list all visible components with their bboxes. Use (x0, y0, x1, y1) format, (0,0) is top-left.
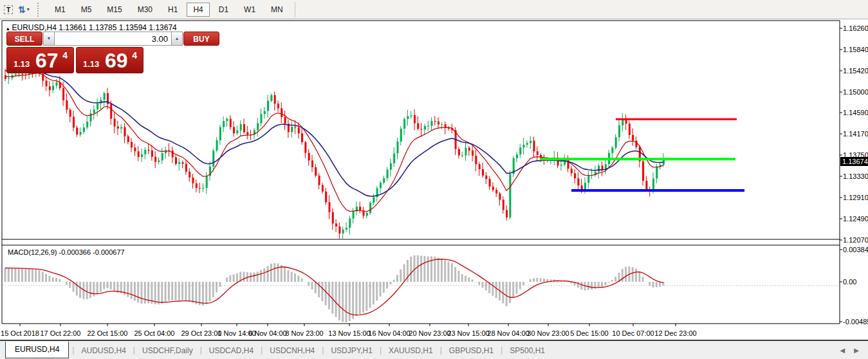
chart-ohlc-header: ▴EURUSD,H4 1.13661 1.13785 1.13594 1.136… (6, 23, 177, 32)
tab-separator: | (133, 345, 135, 354)
buy-price-big: 69 (105, 48, 128, 73)
time-axis-label: 29 Oct 23:00 (181, 329, 222, 337)
price-axis-label: 1.12910 (843, 194, 868, 201)
sell-price-prefix: 1.13 (14, 59, 30, 69)
chart-tab-usdchf[interactable]: USDCHF,Daily (136, 344, 199, 358)
chart-tab-sp500[interactable]: SP500,H1 (503, 344, 551, 358)
price-axis-label: 1.13330 (843, 172, 868, 180)
time-axis-label: 30 Nov 23:00 (527, 329, 569, 337)
tab-separator: | (501, 345, 503, 354)
volume-stepper: ▼ ▲ (43, 32, 183, 46)
time-axis-label: 23 Nov 15:00 (447, 329, 489, 337)
time-axis-label: 20 Nov 23:00 (409, 329, 450, 337)
time-axis-label: 10 Dec 07:00 (612, 329, 654, 337)
tab-separator: | (322, 345, 324, 354)
buy-button[interactable]: BUY (183, 32, 219, 46)
chart-tab-gbpusd[interactable]: GBPUSD,H1 (443, 344, 500, 358)
tab-scroll-right-icon[interactable]: ▶ (854, 347, 859, 354)
price-axis-label: 1.15840 (843, 46, 868, 53)
time-axis-label: 6 Nov 04:00 (248, 329, 286, 337)
tab-separator: | (72, 345, 74, 354)
buy-price-pip: 4 (132, 50, 137, 60)
chart-tab-usdcnh[interactable]: USDCNH,H4 (263, 344, 321, 358)
time-axis-label: 22 Oct 15:00 (88, 329, 128, 337)
macd-axis-label: 0.003847 (843, 246, 868, 253)
tab-scroll-controls: ◀ ▶ (840, 347, 868, 354)
tab-separator: | (200, 345, 202, 354)
price-axis-label: 1.12490 (843, 215, 868, 223)
price-axis-label: 1.14590 (843, 109, 868, 116)
ohlc-values: 1.13661 1.13785 1.13594 1.13674 (59, 23, 177, 32)
price-axis-label: 1.15420 (843, 67, 868, 75)
chart-tab-bar: EURUSD,H4|AUDUSD,H4|USDCHF,Daily|USDCAD,… (0, 341, 868, 359)
time-axis-label: 15 Oct 2018 (1, 329, 39, 337)
time-axis-label: 12 Dec 23:00 (654, 329, 696, 337)
buy-price-prefix: 1.13 (83, 59, 99, 69)
current-price-tag: 1.13674 (840, 157, 868, 166)
buy-quote-panel[interactable]: 1.13 69 4 (76, 47, 143, 73)
tab-separator: | (380, 345, 382, 354)
sell-button[interactable]: SELL (6, 32, 42, 46)
tab-separator: | (261, 345, 263, 354)
time-axis-label: 28 Nov 04:00 (487, 329, 529, 337)
chart-tab-usdcad[interactable]: USDCAD,H4 (203, 344, 260, 358)
macd-indicator-label: MACD(12,26,9) -0.000366 -0.000677 (8, 248, 125, 256)
price-axis-label: 1.16260 (843, 24, 868, 32)
price-axis-label: 1.14170 (843, 130, 868, 138)
time-axis-label: 5 Dec 15:00 (570, 329, 608, 337)
sell-price-big: 67 (35, 48, 59, 73)
volume-decrease-button[interactable]: ▼ (43, 32, 55, 46)
macd-axis-label: 0.00 (843, 278, 856, 286)
chart-tabs: EURUSD,H4|AUDUSD,H4|USDCHF,Daily|USDCAD,… (0, 342, 551, 358)
price-axis-label: 1.15000 (843, 88, 868, 96)
collapse-arrow-icon[interactable]: ▴ (6, 25, 10, 32)
price-axis-label: 1.12070 (843, 236, 868, 244)
mt4-window: T ⇅ ▾ M1M5M15M30H1H4D1W1MN ▴EURUSD,H4 1.… (0, 0, 868, 359)
macd-axis-label: -0.004856 (843, 318, 868, 326)
sell-quote-panel[interactable]: 1.13 67 4 (6, 47, 74, 73)
volume-input[interactable] (55, 32, 171, 46)
tab-separator: | (440, 345, 442, 354)
symbol-timeframe-label: EURUSD,H4 (12, 23, 57, 32)
time-axis-label: 16 Nov 04:00 (368, 329, 410, 337)
time-axis-label: 13 Nov 15:00 (328, 329, 370, 337)
chart-tab-eurusd[interactable]: EURUSD,H4 (5, 342, 69, 358)
time-axis-label: 25 Oct 04:00 (134, 329, 175, 337)
chart-tab-xauusd[interactable]: XAUUSD,H1 (382, 344, 439, 358)
tab-scroll-left-icon[interactable]: ◀ (840, 347, 845, 354)
chart-tab-usdjpy[interactable]: USDJPY,H1 (324, 344, 378, 358)
volume-increase-button[interactable]: ▲ (171, 32, 183, 46)
sell-price-pip: 4 (62, 50, 68, 60)
time-axis-label: 8 Nov 23:00 (285, 329, 323, 337)
time-axis-label: 17 Oct 22:00 (41, 329, 81, 337)
chart-tab-audusd[interactable]: AUDUSD,H4 (75, 344, 132, 358)
one-click-trading-panel: SELL ▼ ▲ BUY 1.13 67 4 1.13 69 4 (6, 32, 143, 73)
